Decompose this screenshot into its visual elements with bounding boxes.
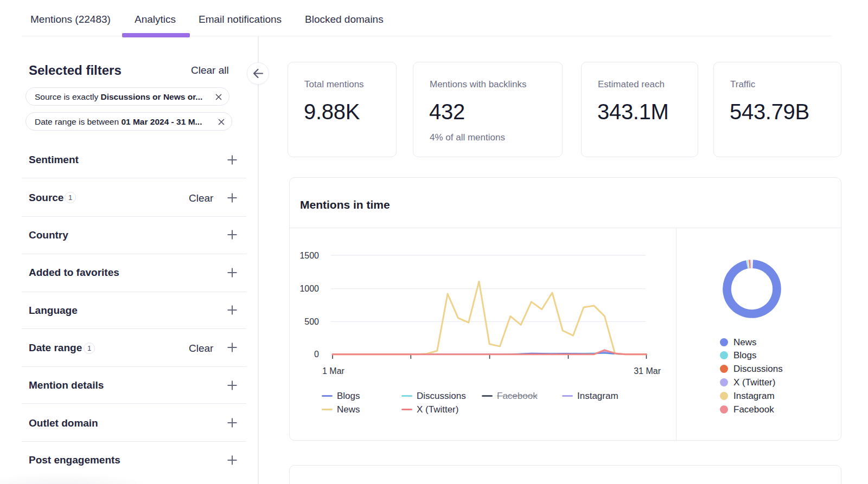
svg-text:31 Mar: 31 Mar xyxy=(634,366,661,376)
svg-text:1500: 1500 xyxy=(299,251,319,260)
svg-text:1000: 1000 xyxy=(299,284,319,293)
svg-text:1 Mar: 1 Mar xyxy=(322,366,345,376)
svg-text:0: 0 xyxy=(314,350,319,359)
svg-text:500: 500 xyxy=(304,317,319,326)
